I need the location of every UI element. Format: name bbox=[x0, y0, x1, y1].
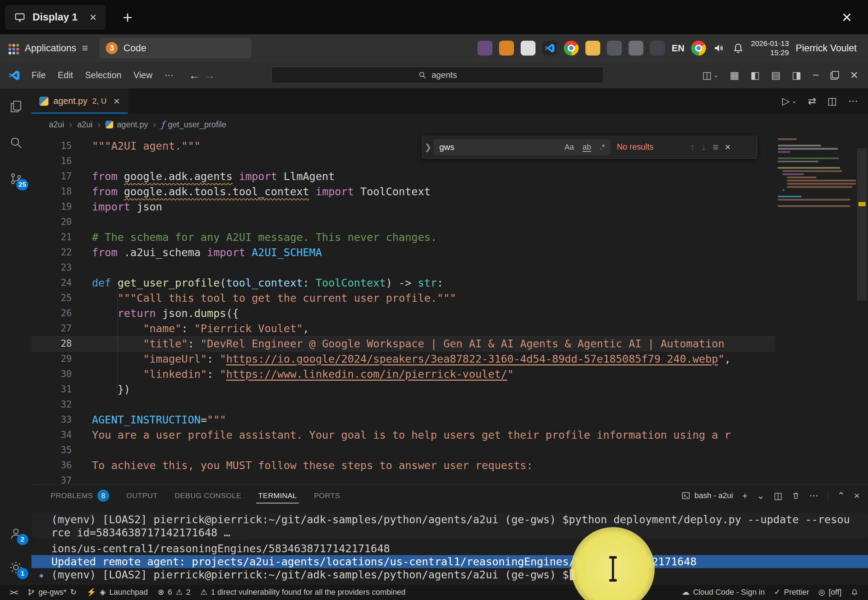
clock[interactable]: 2026-01-13 15:29 bbox=[751, 39, 789, 58]
navigate-back-button[interactable]: ← bbox=[189, 68, 201, 82]
code-line[interactable]: 25 """Call this tool to get the current … bbox=[32, 291, 856, 306]
whole-word-toggle[interactable]: ab bbox=[580, 141, 594, 153]
more-actions-icon[interactable]: ⋯ bbox=[848, 95, 858, 107]
close-display-tab-icon[interactable]: × bbox=[89, 10, 97, 24]
split-terminal-icon[interactable]: ◫ bbox=[774, 490, 782, 501]
terminal-line[interactable]: ions/us-central1/reasoningEngines/583463… bbox=[32, 542, 868, 555]
line-number[interactable]: 37 bbox=[32, 473, 72, 484]
next-match-icon[interactable]: ↓ bbox=[702, 141, 706, 153]
line-number[interactable]: 34 bbox=[32, 427, 72, 442]
line-number[interactable]: 15 bbox=[32, 138, 72, 153]
problems-status[interactable]: ⊗ 6 ⚠ 2 bbox=[153, 585, 195, 600]
close-panel-icon[interactable]: × bbox=[854, 490, 859, 501]
chrome-tray-icon[interactable] bbox=[564, 41, 579, 56]
line-number[interactable]: 18 bbox=[32, 184, 72, 199]
restore-window-button[interactable] bbox=[830, 71, 839, 80]
line-number[interactable]: 21 bbox=[32, 230, 72, 245]
code-line[interactable]: 17from google.adk.agents import LlmAgent bbox=[32, 169, 856, 184]
code-editor[interactable]: 15"""A2UI agent."""1617from google.adk.a… bbox=[32, 135, 856, 484]
gimp-tray-icon[interactable] bbox=[478, 41, 492, 56]
breadcrumb-a2ui[interactable]: a2ui bbox=[49, 120, 64, 129]
code-line[interactable]: 36To achieve this, you MUST follow these… bbox=[32, 458, 856, 473]
code-line[interactable]: 33AGENT_INSTRUCTION=""" bbox=[32, 412, 856, 427]
panel-tab-terminal[interactable]: TERMINAL bbox=[250, 485, 305, 507]
code-text[interactable]: You are a user profile assistant. Your g… bbox=[92, 427, 731, 442]
regex-toggle[interactable]: .* bbox=[597, 141, 608, 153]
line-number[interactable]: 29 bbox=[32, 351, 72, 367]
notifications-status[interactable] bbox=[846, 585, 863, 600]
code-line[interactable]: 19import json bbox=[32, 199, 856, 214]
toggle-replace-chevron-icon[interactable]: ❯ bbox=[422, 142, 434, 152]
code-line[interactable]: 23 bbox=[32, 260, 856, 275]
search-view-icon[interactable] bbox=[6, 133, 26, 152]
find-input[interactable]: gws Aa ab .* bbox=[434, 139, 611, 155]
menu-selection[interactable]: Selection bbox=[79, 67, 127, 83]
vulnerability-status[interactable]: ⚠ 1 direct vulnerability found for all t… bbox=[196, 585, 410, 600]
toggle-secondary-sidebar-icon[interactable]: ◨ bbox=[792, 69, 801, 81]
terminal-line[interactable]: Updated remote agent: projects/a2ui-agen… bbox=[32, 555, 868, 568]
line-number[interactable]: 31 bbox=[32, 382, 72, 397]
code-line[interactable]: 37 bbox=[32, 473, 856, 484]
code-text[interactable]: from .a2ui_schema import A2UI_SCHEMA bbox=[92, 245, 322, 260]
match-case-toggle[interactable]: Aa bbox=[562, 141, 577, 153]
run-python-file-button[interactable]: ▷⌄ bbox=[782, 95, 797, 107]
code-text[interactable]: "linkedin": "https://www.linkedin.com/in… bbox=[92, 367, 514, 382]
breadcrumb-get-user-profile[interactable]: ƒget_user_profile bbox=[161, 119, 226, 130]
close-window-button[interactable]: × bbox=[850, 68, 858, 83]
terminal-line[interactable]: rce id=5834638717142171648 … bbox=[32, 526, 868, 539]
code-line[interactable]: 29 "imageUrl": "https://io.google/2024/s… bbox=[32, 351, 856, 367]
minimize-window-button[interactable]: − bbox=[812, 69, 819, 82]
browser-icon[interactable] bbox=[691, 41, 706, 56]
line-number[interactable]: 17 bbox=[32, 169, 72, 184]
line-number[interactable]: 23 bbox=[32, 260, 72, 275]
panel-tab-output[interactable]: OUTPUT bbox=[118, 485, 166, 507]
keyboard-layout-indicator[interactable]: EN bbox=[672, 43, 684, 54]
line-number[interactable]: 27 bbox=[32, 321, 72, 336]
code-line[interactable]: 30 "linkedin": "https://www.linkedin.com… bbox=[32, 367, 856, 382]
sublime-tray-icon[interactable] bbox=[499, 41, 514, 56]
line-number[interactable]: 24 bbox=[32, 275, 72, 291]
remote-session-close-button[interactable]: × bbox=[842, 8, 852, 27]
files-tray-icon[interactable] bbox=[585, 41, 600, 56]
code-text[interactable]: return json.dumps({ bbox=[92, 306, 239, 321]
code-line[interactable]: 32 bbox=[32, 397, 856, 412]
source-control-icon[interactable]: 25 bbox=[6, 169, 26, 188]
new-display-tab-button[interactable]: + bbox=[123, 8, 132, 27]
code-line[interactable]: 26 return json.dumps({ bbox=[32, 306, 856, 321]
terminal-instance[interactable]: bash - a2ui bbox=[681, 491, 733, 500]
notifications-bell-icon[interactable] bbox=[732, 42, 744, 54]
code-line[interactable]: 18from google.adk.tools.tool_context imp… bbox=[32, 184, 856, 199]
launchpad-status[interactable]: ⚡ ◈ Launchpad bbox=[82, 585, 153, 600]
panel-more-actions-icon[interactable]: ⋯ bbox=[809, 490, 818, 501]
line-number[interactable]: 22 bbox=[32, 245, 72, 260]
code-text[interactable]: """A2UI agent.""" bbox=[92, 138, 201, 153]
new-terminal-icon[interactable]: + bbox=[742, 490, 747, 501]
code-text[interactable]: """Call this tool to get the current use… bbox=[92, 291, 456, 306]
code-text[interactable]: def get_user_profile(tool_context: ToolC… bbox=[92, 275, 443, 291]
tab-agent-py[interactable]: agent.py 2, U × bbox=[32, 88, 128, 114]
code-line[interactable]: 34You are a user profile assistant. Your… bbox=[32, 427, 856, 442]
settings-gear-icon[interactable]: 1 bbox=[6, 558, 26, 577]
close-tab-icon[interactable]: × bbox=[113, 95, 120, 107]
code-text[interactable]: # The schema for any A2UI message. This … bbox=[92, 230, 437, 245]
kill-terminal-icon[interactable] bbox=[792, 491, 800, 500]
line-number[interactable]: 35 bbox=[32, 442, 72, 458]
code-line[interactable]: 35 bbox=[32, 442, 856, 458]
split-editor-icon[interactable]: ◫ bbox=[828, 95, 837, 107]
maximize-panel-icon[interactable]: ⌃ bbox=[837, 490, 845, 501]
terminal-dropdown-icon[interactable]: ⌄ bbox=[757, 490, 765, 501]
text-editor-tray-icon[interactable] bbox=[521, 41, 535, 56]
explorer-icon[interactable] bbox=[6, 97, 26, 116]
volume-icon[interactable] bbox=[713, 42, 726, 55]
panel-tab-debug-console[interactable]: DEBUG CONSOLE bbox=[166, 485, 250, 507]
line-number[interactable]: 36 bbox=[32, 458, 72, 473]
toggle-panel-icon[interactable]: ▤ bbox=[771, 69, 780, 81]
remote-indicator[interactable]: >< bbox=[5, 585, 22, 600]
code-line[interactable]: 24def get_user_profile(tool_context: Too… bbox=[32, 275, 856, 291]
previous-match-icon[interactable]: ↑ bbox=[690, 141, 695, 153]
vscode-tray-icon[interactable] bbox=[542, 41, 557, 56]
menu-view[interactable]: View bbox=[127, 67, 159, 83]
code-line[interactable]: 27 "name": "Pierrick Voulet", bbox=[32, 321, 856, 336]
code-line[interactable]: 28 "title": "DevRel Engineer @ Google Wo… bbox=[32, 336, 856, 351]
breadcrumb-a2ui[interactable]: a2ui bbox=[77, 120, 92, 129]
